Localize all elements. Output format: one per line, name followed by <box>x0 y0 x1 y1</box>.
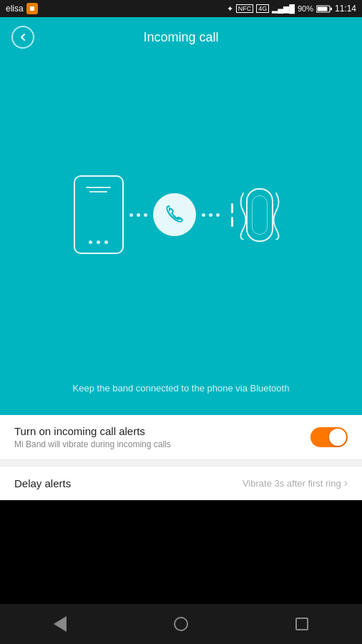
battery-percent: 90% <box>298 4 313 13</box>
svg-rect-3 <box>331 7 332 10</box>
phone-screen <box>83 187 114 192</box>
vibrate-right-icon <box>273 190 283 240</box>
band-device-wrap <box>225 188 289 242</box>
toggle-knob <box>329 429 346 446</box>
back-button[interactable] <box>11 26 34 49</box>
screen-line <box>89 191 108 192</box>
conn-dot <box>129 213 133 217</box>
incoming-call-toggle[interactable] <box>310 427 348 447</box>
back-triangle-icon <box>54 616 67 632</box>
nav-home-button[interactable] <box>163 610 199 638</box>
header: Incoming call <box>0 17 362 57</box>
connector-dots-right <box>196 213 225 217</box>
vibrate-line <box>231 217 233 227</box>
signal-icon: ▂▄▆█ <box>272 4 295 14</box>
status-app-icon <box>26 3 38 14</box>
main-teal-area: Keep the band connected to the phone via… <box>0 57 362 415</box>
setting-text-group: Turn on incoming call alerts Mi Band wil… <box>14 425 171 449</box>
settings-area: Turn on incoming call alerts Mi Band wil… <box>0 415 362 500</box>
nav-back-button[interactable] <box>42 610 78 638</box>
vibrate-left-icon <box>236 190 246 240</box>
nav-recent-button[interactable] <box>284 610 320 638</box>
band-inner <box>252 195 268 235</box>
phone-dot <box>89 240 92 244</box>
illustration <box>74 175 289 254</box>
band-device-icon <box>246 188 273 242</box>
svg-rect-1 <box>30 6 34 11</box>
time-display: 11:14 <box>335 4 356 14</box>
network-label: 4G <box>256 4 269 13</box>
conn-dot <box>209 213 212 217</box>
screen-line <box>86 187 111 188</box>
conn-dot <box>216 213 220 217</box>
status-right: ✦ NFC 4G ▂▄▆█ 90% 11:14 <box>227 4 356 14</box>
delay-alerts-label: Delay alerts <box>14 477 71 489</box>
status-bar: elisa ✦ NFC 4G ▂▄▆█ 90% 11:14 <box>0 0 362 17</box>
phone-handset-icon <box>165 205 185 225</box>
delay-value: Vibrate 3s after first ring <box>243 478 341 489</box>
chevron-right-icon: › <box>344 477 348 489</box>
conn-dot <box>144 213 147 217</box>
conn-dot <box>202 213 205 217</box>
incoming-call-alerts-row: Turn on incoming call alerts Mi Band wil… <box>0 415 362 460</box>
vibrate-lines-left <box>231 203 233 227</box>
page-title: Incoming call <box>143 30 218 45</box>
delay-alerts-row[interactable]: Delay alerts Vibrate 3s after first ring… <box>0 466 362 500</box>
phone-device-icon <box>74 175 124 254</box>
vibrate-line <box>231 203 233 213</box>
status-left: elisa <box>6 3 38 14</box>
battery-icon <box>316 5 332 13</box>
bluetooth-icon: ✦ <box>227 4 233 14</box>
illustration-info-text: Keep the band connected to the phone via… <box>59 383 304 394</box>
bottom-nav <box>0 604 362 644</box>
setting-subtitle: Mi Band will vibrate during incoming cal… <box>14 439 171 449</box>
phone-dot <box>104 240 108 244</box>
phone-bottom-dots <box>89 240 108 244</box>
recent-square-icon <box>295 618 308 630</box>
phone-dot <box>97 240 100 244</box>
svg-rect-4 <box>317 6 327 11</box>
conn-dot <box>137 213 140 217</box>
call-circle-icon <box>153 193 196 236</box>
setting-title: Turn on incoming call alerts <box>14 425 171 437</box>
home-circle-icon <box>174 617 188 631</box>
status-app-name: elisa <box>6 4 24 14</box>
delay-right: Vibrate 3s after first ring › <box>243 477 348 489</box>
nfc-label: NFC <box>236 4 254 13</box>
connector-dots-left <box>124 213 153 217</box>
